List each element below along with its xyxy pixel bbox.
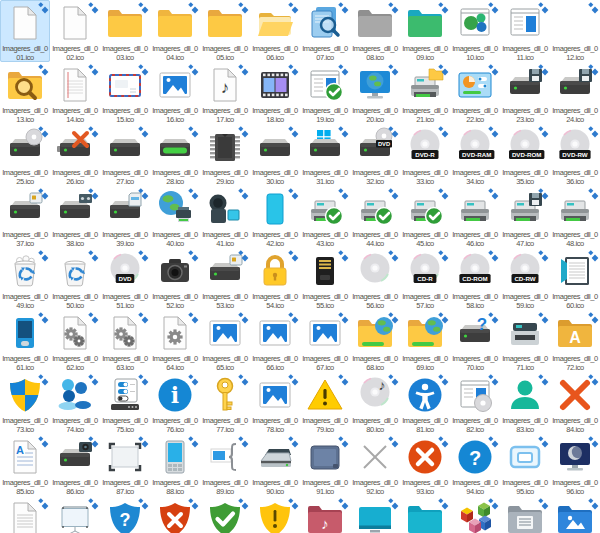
file-item[interactable]: Imageres_dll_0 96.ico bbox=[550, 434, 600, 496]
file-item[interactable]: Imageres_dll_0 28.ico bbox=[150, 124, 200, 186]
file-item[interactable]: Imageres_dll_0 82.ico bbox=[450, 372, 500, 434]
file-item[interactable]: DVD Imageres_dll_0 51.ico bbox=[100, 248, 150, 310]
file-item[interactable]: Imageres_dll_0 13.ico bbox=[0, 62, 50, 124]
file-item[interactable]: Imageres_dll_0 37.ico bbox=[0, 186, 50, 248]
file-item[interactable]: Imageres_dll_0 89.ico bbox=[200, 434, 250, 496]
file-item[interactable]: Imageres_dll_0 23.ico bbox=[500, 62, 550, 124]
file-item[interactable]: CD-RW Imageres_dll_0 59.ico bbox=[500, 248, 550, 310]
file-item[interactable]: Imageres_dll_0 65.ico bbox=[200, 310, 250, 372]
file-item[interactable]: Imageres_dll_0 16.ico bbox=[150, 62, 200, 124]
file-item[interactable]: Imageres_dll_0 15.ico bbox=[100, 62, 150, 124]
file-item[interactable]: Imageres_dll_0 52.ico bbox=[150, 248, 200, 310]
file-item[interactable]: DVD Imageres_dll_0 32.ico bbox=[350, 124, 400, 186]
file-item[interactable]: Imageres_dll_0 91.ico bbox=[300, 434, 350, 496]
file-item[interactable]: Imageres_dll_0 53.ico bbox=[200, 248, 250, 310]
file-item[interactable]: Imageres_dll_0 04.ico bbox=[150, 0, 200, 62]
file-item[interactable]: Imageres_dll_0 92.ico bbox=[350, 434, 400, 496]
file-item[interactable]: Imageres_dll_0 95.ico bbox=[500, 434, 550, 496]
file-item[interactable]: DVD-RW Imageres_dll_0 36.ico bbox=[550, 124, 600, 186]
file-item[interactable]: Imageres_dll_0 03.ico bbox=[100, 0, 150, 62]
file-item[interactable]: Imageres_dll_0 09.ico bbox=[400, 0, 450, 62]
file-item[interactable]: Imageres_dll_0 74.ico bbox=[50, 372, 100, 434]
file-item[interactable]: Imageres_dll_0 19.ico bbox=[300, 62, 350, 124]
file-item[interactable]: Imageres_dll_0 71.ico bbox=[500, 310, 550, 372]
file-item[interactable]: Imageres_dll_0 48.ico bbox=[550, 186, 600, 248]
file-item[interactable]: Imageres_dll_0 98.ico bbox=[50, 496, 100, 533]
file-item[interactable]: Imageres_dll_0 46.ico bbox=[450, 186, 500, 248]
file-item[interactable]: Imageres_dll_0 67.ico bbox=[300, 310, 350, 372]
file-item[interactable]: Imageres_dll_0 06.ico bbox=[250, 0, 300, 62]
file-item[interactable]: Imageres_dll_0 84.ico bbox=[550, 372, 600, 434]
file-item[interactable]: ♪ Imageres_dll_0 17.ico bbox=[200, 62, 250, 124]
file-item[interactable]: Imageres_dll_0 39.ico bbox=[100, 186, 150, 248]
file-item[interactable]: Imageres_dll_0 66.ico bbox=[250, 310, 300, 372]
file-item[interactable]: Imageres_dll_0 86.ico bbox=[50, 434, 100, 496]
file-item[interactable]: Imageres_dll_0 61.ico bbox=[0, 310, 50, 372]
file-item[interactable]: Imageres_dll_0 12.ico bbox=[550, 0, 600, 62]
file-item[interactable]: Imageres_dll_0 97.ico bbox=[0, 496, 50, 533]
file-item[interactable]: Imageres_dll_0 104.ico bbox=[350, 496, 400, 533]
file-item[interactable]: Imageres_dll_0 102.ico bbox=[250, 496, 300, 533]
file-item[interactable]: i Imageres_dll_0 76.ico bbox=[150, 372, 200, 434]
file-item[interactable]: Imageres_dll_0 64.ico bbox=[150, 310, 200, 372]
file-item[interactable]: Imageres_dll_0 68.ico bbox=[350, 310, 400, 372]
file-item[interactable]: Imageres_dll_0 73.ico bbox=[0, 372, 50, 434]
file-item[interactable]: Imageres_dll_0 41.ico bbox=[200, 186, 250, 248]
file-item[interactable]: A Imageres_dll_0 85.ico bbox=[0, 434, 50, 496]
file-item[interactable]: Imageres_dll_0 42.ico bbox=[250, 186, 300, 248]
file-item[interactable]: Imageres_dll_0 79.ico bbox=[300, 372, 350, 434]
file-item[interactable]: Imageres_dll_0 77.ico bbox=[200, 372, 250, 434]
file-item[interactable]: Imageres_dll_0 20.ico bbox=[350, 62, 400, 124]
file-item[interactable]: Imageres_dll_0 107.ico bbox=[500, 496, 550, 533]
file-item[interactable]: Imageres_dll_0 93.ico bbox=[400, 434, 450, 496]
file-item[interactable]: Imageres_dll_0 31.ico bbox=[300, 124, 350, 186]
file-item[interactable]: ♪ Imageres_dll_0 103.ico bbox=[300, 496, 350, 533]
file-item[interactable]: Imageres_dll_0 106.ico bbox=[450, 496, 500, 533]
file-item[interactable]: Imageres_dll_0 100.ico bbox=[150, 496, 200, 533]
file-item[interactable]: Imageres_dll_0 26.ico bbox=[50, 124, 100, 186]
file-item[interactable]: DVD-ROM Imageres_dll_0 35.ico bbox=[500, 124, 550, 186]
file-item[interactable]: Imageres_dll_0 14.ico bbox=[50, 62, 100, 124]
file-item[interactable]: Imageres_dll_0 29.ico bbox=[200, 124, 250, 186]
file-item[interactable]: Imageres_dll_0 24.ico bbox=[550, 62, 600, 124]
file-item[interactable]: Imageres_dll_0 02.ico bbox=[50, 0, 100, 62]
file-item[interactable]: ♪ Imageres_dll_0 80.ico bbox=[350, 372, 400, 434]
file-item[interactable]: Imageres_dll_0 22.ico bbox=[450, 62, 500, 124]
file-item[interactable]: Imageres_dll_0 108.ico bbox=[550, 496, 600, 533]
file-item[interactable]: DVD-RAM Imageres_dll_0 34.ico bbox=[450, 124, 500, 186]
file-item[interactable]: Imageres_dll_0 21.ico bbox=[400, 62, 450, 124]
file-item[interactable]: Imageres_dll_0 01.ico bbox=[0, 0, 50, 62]
file-item[interactable]: Imageres_dll_0 105.ico bbox=[400, 496, 450, 533]
file-item[interactable]: Imageres_dll_0 56.ico bbox=[350, 248, 400, 310]
file-item[interactable]: Imageres_dll_0 60.ico bbox=[550, 248, 600, 310]
file-item[interactable]: Imageres_dll_0 90.ico bbox=[250, 434, 300, 496]
file-item[interactable]: DVD-R Imageres_dll_0 33.ico bbox=[400, 124, 450, 186]
file-item[interactable]: Imageres_dll_0 78.ico bbox=[250, 372, 300, 434]
file-item[interactable]: Imageres_dll_0 11.ico bbox=[500, 0, 550, 62]
file-item[interactable]: ? Imageres_dll_0 94.ico bbox=[450, 434, 500, 496]
file-item[interactable]: Imageres_dll_0 63.ico bbox=[100, 310, 150, 372]
file-item[interactable]: Imageres_dll_0 08.ico bbox=[350, 0, 400, 62]
file-item[interactable]: Imageres_dll_0 44.ico bbox=[350, 186, 400, 248]
file-item[interactable]: Imageres_dll_0 40.ico bbox=[150, 186, 200, 248]
file-item[interactable]: ? Imageres_dll_0 70.ico bbox=[450, 310, 500, 372]
file-item[interactable]: Imageres_dll_0 47.ico bbox=[500, 186, 550, 248]
file-item[interactable]: Imageres_dll_0 30.ico bbox=[250, 124, 300, 186]
file-item[interactable]: CD-ROM Imageres_dll_0 58.ico bbox=[450, 248, 500, 310]
file-item[interactable]: Imageres_dll_0 43.ico bbox=[300, 186, 350, 248]
file-item[interactable]: Imageres_dll_0 10.ico bbox=[450, 0, 500, 62]
file-item[interactable]: Imageres_dll_0 18.ico bbox=[250, 62, 300, 124]
file-item[interactable]: A Imageres_dll_0 72.ico bbox=[550, 310, 600, 372]
file-item[interactable]: Imageres_dll_0 38.ico bbox=[50, 186, 100, 248]
file-item[interactable]: Imageres_dll_0 69.ico bbox=[400, 310, 450, 372]
file-item[interactable]: Imageres_dll_0 88.ico bbox=[150, 434, 200, 496]
file-item[interactable]: Imageres_dll_0 50.ico bbox=[50, 248, 100, 310]
file-item[interactable]: Imageres_dll_0 83.ico bbox=[500, 372, 550, 434]
file-item[interactable]: Imageres_dll_0 27.ico bbox=[100, 124, 150, 186]
file-item[interactable]: Imageres_dll_0 25.ico bbox=[0, 124, 50, 186]
file-item[interactable]: Imageres_dll_0 62.ico bbox=[50, 310, 100, 372]
file-item[interactable]: Imageres_dll_0 75.ico bbox=[100, 372, 150, 434]
file-item[interactable]: Imageres_dll_0 55.ico bbox=[300, 248, 350, 310]
file-item[interactable]: Imageres_dll_0 07.ico bbox=[300, 0, 350, 62]
file-item[interactable]: Imageres_dll_0 87.ico bbox=[100, 434, 150, 496]
